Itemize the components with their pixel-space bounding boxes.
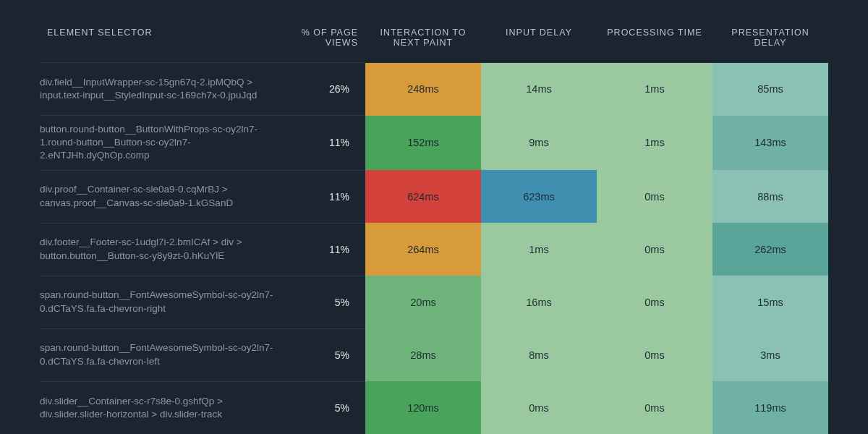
cell-processing-value: 0ms	[597, 381, 712, 434]
cell-presentation: 85ms	[712, 63, 828, 116]
cell-page-views: 11%	[286, 170, 365, 223]
cell-page-views: 5%	[286, 328, 365, 381]
cell-page-views: 11%	[286, 116, 365, 171]
cell-presentation-value: 85ms	[712, 63, 828, 116]
cell-input-delay-value: 9ms	[481, 116, 597, 171]
table-row[interactable]: span.round-button__FontAwesomeSymbol-sc-…	[40, 328, 828, 381]
cell-processing: 0ms	[597, 170, 712, 223]
cell-processing-value: 0ms	[597, 170, 712, 223]
col-header-presentation[interactable]: PRESENTATION DELAY	[712, 22, 828, 63]
cell-selector: span.round-button__FontAwesomeSymbol-sc-…	[40, 276, 286, 328]
col-header-input-delay[interactable]: INPUT DELAY	[481, 22, 597, 63]
cell-processing: 0ms	[597, 381, 712, 434]
cell-selector: div.proof__Container-sc-sle0a9-0.cqMrBJ …	[40, 170, 286, 223]
table-row[interactable]: div.footer__Footer-sc-1udgl7i-2.bmICAf >…	[40, 223, 828, 276]
cell-inp-value: 624ms	[365, 170, 481, 223]
cell-presentation: 262ms	[712, 223, 828, 276]
cell-input-delay-value: 14ms	[481, 63, 597, 116]
cell-presentation-value: 143ms	[712, 116, 828, 171]
col-header-processing[interactable]: PROCESSING TIME	[597, 22, 712, 63]
cell-presentation-value: 3ms	[712, 328, 828, 381]
cell-input-delay-value: 8ms	[481, 328, 597, 381]
cell-page-views: 11%	[286, 223, 365, 276]
cell-page-views: 5%	[286, 276, 365, 328]
cell-processing-value: 1ms	[597, 116, 712, 171]
cell-input-delay-value: 623ms	[481, 170, 597, 223]
cell-presentation: 15ms	[712, 276, 828, 328]
inp-attribution-table: ELEMENT SELECTOR % OF PAGE VIEWS INTERAC…	[40, 22, 828, 434]
col-header-selector[interactable]: ELEMENT SELECTOR	[40, 22, 286, 63]
cell-processing: 0ms	[597, 223, 712, 276]
cell-inp-value: 120ms	[365, 381, 481, 434]
cell-input-delay-value: 0ms	[481, 381, 597, 434]
cell-inp: 264ms	[365, 223, 481, 276]
cell-presentation-value: 262ms	[712, 223, 828, 276]
cell-inp: 152ms	[365, 116, 481, 171]
col-header-inp[interactable]: INTERACTION TO NEXT PAINT	[365, 22, 481, 63]
cell-selector: div.slider__Container-sc-r7s8e-0.gshfQp …	[40, 381, 286, 434]
table-header-row: ELEMENT SELECTOR % OF PAGE VIEWS INTERAC…	[40, 22, 828, 63]
cell-processing-value: 0ms	[597, 223, 712, 276]
cell-presentation-value: 88ms	[712, 170, 828, 223]
cell-selector: button.round-button__ButtonWithProps-sc-…	[40, 116, 286, 171]
cell-selector: div.footer__Footer-sc-1udgl7i-2.bmICAf >…	[40, 223, 286, 276]
cell-input-delay: 9ms	[481, 116, 597, 171]
cell-inp-value: 20ms	[365, 276, 481, 328]
cell-processing-value: 1ms	[597, 63, 712, 116]
cell-presentation-value: 119ms	[712, 381, 828, 434]
cell-processing: 1ms	[597, 116, 712, 171]
cell-presentation: 143ms	[712, 116, 828, 171]
cell-inp-value: 152ms	[365, 116, 481, 171]
cell-presentation: 3ms	[712, 328, 828, 381]
cell-page-views: 26%	[286, 63, 365, 116]
cell-processing-value: 0ms	[597, 276, 712, 328]
cell-selector: span.round-button__FontAwesomeSymbol-sc-…	[40, 328, 286, 381]
cell-inp-value: 264ms	[365, 223, 481, 276]
table-row[interactable]: button.round-button__ButtonWithProps-sc-…	[40, 116, 828, 171]
table-row[interactable]: span.round-button__FontAwesomeSymbol-sc-…	[40, 276, 828, 328]
cell-inp-value: 248ms	[365, 63, 481, 116]
cell-inp: 248ms	[365, 63, 481, 116]
table-row[interactable]: div.proof__Container-sc-sle0a9-0.cqMrBJ …	[40, 170, 828, 223]
cell-inp-value: 28ms	[365, 328, 481, 381]
cell-input-delay-value: 1ms	[481, 223, 597, 276]
table-row[interactable]: div.field__InputWrapper-sc-15gn67q-2.ipM…	[40, 63, 828, 116]
cell-presentation: 119ms	[712, 381, 828, 434]
cell-processing: 0ms	[597, 328, 712, 381]
cell-selector: div.field__InputWrapper-sc-15gn67q-2.ipM…	[40, 63, 286, 116]
cell-inp: 624ms	[365, 170, 481, 223]
cell-inp: 28ms	[365, 328, 481, 381]
cell-input-delay: 14ms	[481, 63, 597, 116]
cell-inp: 20ms	[365, 276, 481, 328]
table-row[interactable]: div.slider__Container-sc-r7s8e-0.gshfQp …	[40, 381, 828, 434]
cell-presentation-value: 15ms	[712, 276, 828, 328]
col-header-page-views[interactable]: % OF PAGE VIEWS	[286, 22, 365, 63]
cell-input-delay: 0ms	[481, 381, 597, 434]
cell-input-delay: 623ms	[481, 170, 597, 223]
cell-input-delay-value: 16ms	[481, 276, 597, 328]
cell-presentation: 88ms	[712, 170, 828, 223]
cell-input-delay: 16ms	[481, 276, 597, 328]
cell-processing: 0ms	[597, 276, 712, 328]
cell-inp: 120ms	[365, 381, 481, 434]
cell-page-views: 5%	[286, 381, 365, 434]
cell-input-delay: 1ms	[481, 223, 597, 276]
cell-processing: 1ms	[597, 63, 712, 116]
cell-processing-value: 0ms	[597, 328, 712, 381]
cell-input-delay: 8ms	[481, 328, 597, 381]
